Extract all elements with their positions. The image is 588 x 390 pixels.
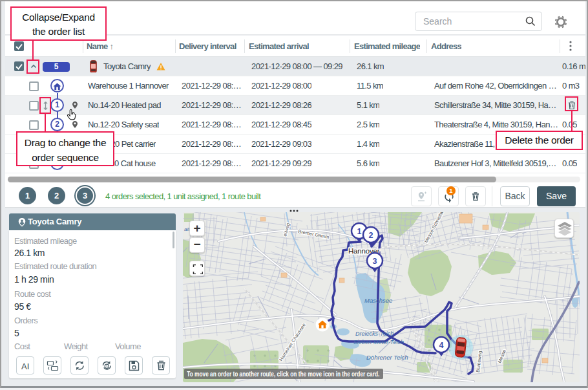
svg-text:Sieben-Meter-Teich: Sieben-Meter-Teich [353,339,404,345]
svg-text:Dreiecks-Teich: Dreiecks-Teich [355,330,394,337]
svg-text:1: 1 [357,227,362,236]
svg-text:2: 2 [369,231,373,240]
svg-text:3: 3 [373,257,377,266]
svg-text:Döhrener Teich: Döhrener Teich [366,354,408,361]
svg-text:AI: AI [21,362,29,371]
svg-text:Maschsee: Maschsee [364,297,392,304]
svg-text:4: 4 [439,341,444,350]
